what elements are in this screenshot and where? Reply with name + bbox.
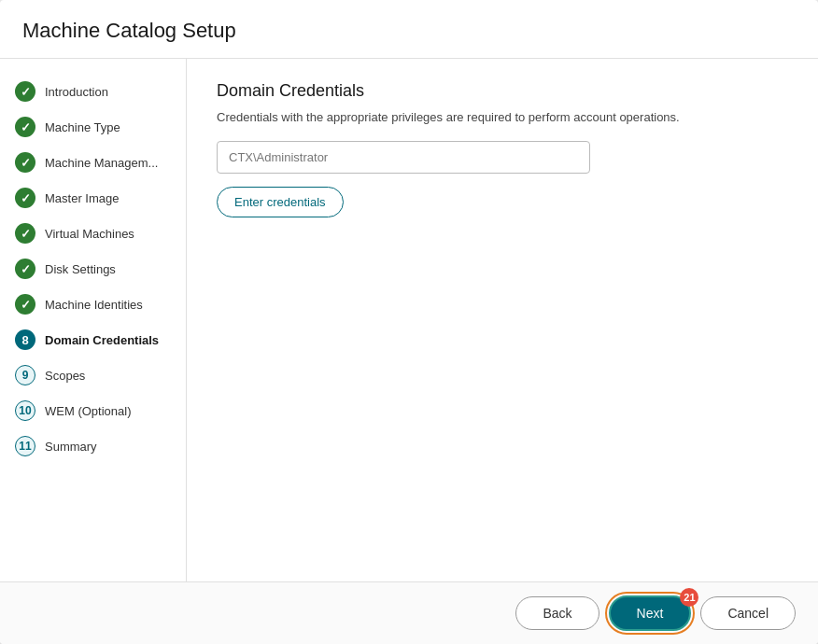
main-content: Domain Credentials Credentials with the … (187, 59, 818, 581)
sidebar-item-machine-managem[interactable]: ✓Machine Managem... (0, 145, 186, 180)
sidebar-item-domain-credentials[interactable]: 8Domain Credentials (0, 322, 186, 357)
step-icon-2: ✓ (15, 117, 35, 137)
sidebar: ✓Introduction✓Machine Type✓Machine Manag… (0, 59, 187, 581)
step-icon-10: 10 (15, 400, 35, 421)
enter-credentials-button[interactable]: Enter credentials (217, 187, 344, 217)
sidebar-item-label: Introduction (45, 85, 108, 99)
next-button-wrapper: Next 21 (609, 595, 692, 631)
credentials-input[interactable] (217, 141, 590, 174)
step-icon-8: 8 (15, 329, 35, 350)
sidebar-item-label: Disk Settings (45, 262, 116, 276)
dialog: Machine Catalog Setup ✓Introduction✓Mach… (0, 0, 818, 644)
dialog-body: ✓Introduction✓Machine Type✓Machine Manag… (0, 59, 818, 581)
sidebar-item-label: WEM (Optional) (45, 404, 131, 418)
sidebar-item-disk-settings[interactable]: ✓Disk Settings (0, 251, 186, 287)
step-icon-9: 9 (15, 365, 35, 385)
sidebar-item-label: Machine Identities (45, 298, 143, 312)
next-button[interactable]: Next (609, 595, 692, 631)
sidebar-item-label: Domain Credentials (45, 333, 159, 347)
sidebar-item-label: Machine Type (45, 120, 120, 134)
sidebar-item-scopes[interactable]: 9Scopes (0, 357, 186, 393)
section-title: Domain Credentials (217, 81, 788, 101)
step-icon-5: ✓ (15, 223, 35, 244)
sidebar-item-machine-type[interactable]: ✓Machine Type (0, 109, 186, 145)
sidebar-item-machine-identities[interactable]: ✓Machine Identities (0, 287, 186, 322)
step-icon-6: ✓ (15, 259, 35, 279)
sidebar-item-label: Virtual Machines (45, 227, 134, 241)
notification-badge: 21 (680, 588, 698, 607)
step-icon-3: ✓ (15, 152, 35, 173)
sidebar-item-introduction[interactable]: ✓Introduction (0, 74, 186, 109)
step-icon-7: ✓ (15, 294, 35, 315)
cancel-button[interactable]: Cancel (700, 596, 796, 630)
step-icon-11: 11 (15, 436, 35, 456)
step-icon-1: ✓ (15, 81, 35, 102)
sidebar-item-virtual-machines[interactable]: ✓Virtual Machines (0, 216, 186, 251)
sidebar-item-wem-optional[interactable]: 10WEM (Optional) (0, 393, 186, 428)
step-icon-4: ✓ (15, 188, 35, 208)
dialog-header: Machine Catalog Setup (0, 0, 818, 59)
dialog-title: Machine Catalog Setup (22, 19, 796, 43)
sidebar-item-label: Summary (45, 440, 97, 454)
dialog-footer: Back Next 21 Cancel (0, 581, 818, 644)
sidebar-item-label: Scopes (45, 369, 85, 383)
section-desc: Credentials with the appropriate privile… (217, 110, 788, 124)
sidebar-item-label: Machine Managem... (45, 156, 158, 170)
sidebar-item-summary[interactable]: 11Summary (0, 428, 186, 464)
sidebar-item-label: Master Image (45, 191, 119, 205)
sidebar-item-master-image[interactable]: ✓Master Image (0, 180, 186, 216)
back-button[interactable]: Back (515, 596, 599, 630)
